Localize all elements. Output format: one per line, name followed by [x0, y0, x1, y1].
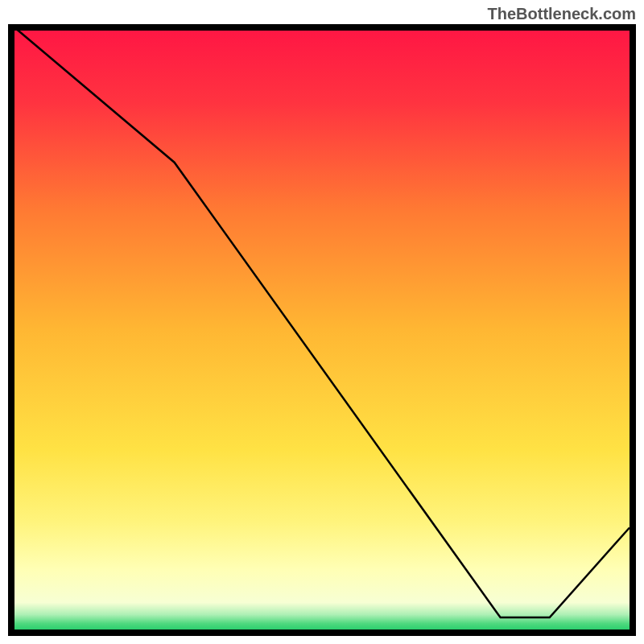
chart-frame — [8, 24, 636, 636]
chart-container: TheBottleneck.com — [0, 0, 644, 644]
watermark-label: TheBottleneck.com — [488, 5, 636, 23]
chart-background — [14, 31, 630, 630]
chart-svg — [8, 24, 636, 636]
